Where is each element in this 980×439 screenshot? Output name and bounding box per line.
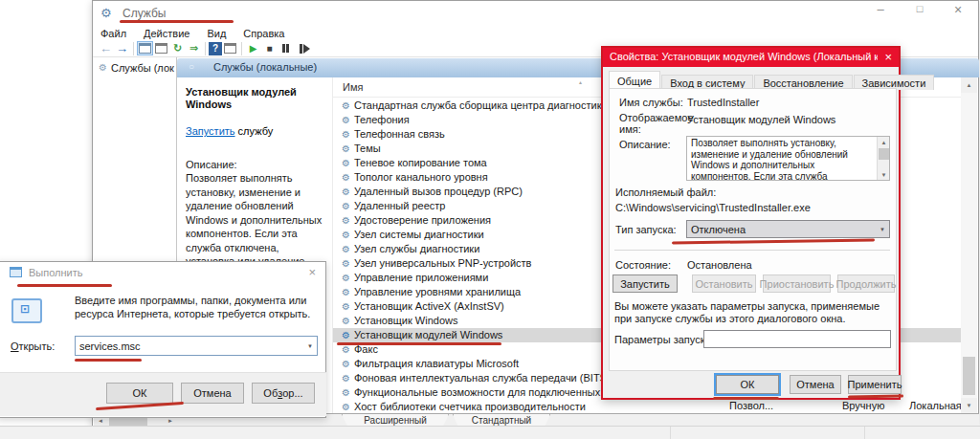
service-name-label: Установщик Windows (354, 314, 458, 328)
properties-title-bar[interactable]: Свойства: Установщик модулей Windows (Ло… (603, 48, 899, 67)
description-textarea[interactable]: Позволяет выполнять установку, изменение… (686, 136, 890, 181)
open-input[interactable]: services.msc ▼ (75, 336, 318, 356)
open-input-value: services.msc (79, 340, 141, 352)
service-name-label: Фоновая интеллектуальная служба передачи… (354, 371, 611, 385)
run-prompt: Введите имя программы, папки, документа … (75, 294, 323, 320)
start-service-link[interactable]: Запустить (186, 125, 235, 137)
service-gear-icon: ⚙ (342, 345, 350, 355)
display-name-value: Установщик модулей Windows (687, 114, 835, 125)
scroll-down-icon[interactable]: ▼ (961, 398, 977, 413)
startup-type-select[interactable]: Отключена ▼ (686, 220, 890, 238)
export-list-icon[interactable]: ⇒ (186, 41, 202, 55)
help-icon[interactable]: ? (209, 42, 222, 55)
service-gear-icon: ⚙ (342, 187, 350, 197)
params-note: Вы можете указать параметры запуска, при… (614, 300, 898, 325)
service-gear-icon: ⚙ (342, 274, 350, 283)
browse-post: ор... (282, 387, 302, 399)
stop-service-icon[interactable]: ■ (261, 41, 278, 55)
menu-help[interactable]: Справка (234, 28, 293, 39)
service-name-label: Установщик ActiveX (AxInstSV) (354, 299, 504, 314)
service-name-label: Управление уровнями хранилища (354, 285, 521, 299)
service-name-label: Управление приложениями (354, 271, 488, 285)
tree-item-services[interactable]: ⚙ Службы (лок (93, 57, 176, 74)
separator-line (614, 250, 890, 251)
ok-button[interactable]: ОК (106, 383, 173, 404)
status-separator (864, 427, 865, 439)
state-label: Состояние: (615, 259, 671, 271)
pause-button[interactable]: Приостановить (763, 274, 831, 293)
close-icon[interactable]: × (308, 265, 316, 279)
run-footer: ОК Отмена Обзор... (0, 372, 326, 416)
service-name-label: Узел универсальных PNP-устройств (354, 256, 531, 271)
show-console-tree-icon[interactable] (137, 41, 153, 55)
toolbar-separator (241, 42, 242, 55)
run-app-icon (10, 267, 22, 277)
service-name-label: Теневое копирование тома (354, 156, 487, 170)
service-gear-icon: ⚙ (342, 388, 350, 398)
services-app-icon: ⚙ (100, 6, 112, 20)
scroll-up-icon[interactable]: ▲ (961, 77, 977, 93)
window-glyph (155, 43, 167, 54)
service-name-label: Тополог канального уровня (354, 170, 488, 185)
extended-view-icon[interactable] (222, 41, 238, 55)
desktop: ⚙ Службы – □ × Файл Действие Вид Справка… (0, 0, 980, 439)
service-gear-icon: ⚙ (342, 144, 350, 154)
continue-button[interactable]: Продолжить (837, 274, 895, 293)
tab-general[interactable]: Общие (609, 71, 660, 88)
cancel-button[interactable]: Отмена (790, 375, 841, 394)
tab-extended-label: Расширенный (364, 415, 426, 426)
browse-button[interactable]: Обзор... (252, 383, 315, 404)
start-service-icon[interactable]: ▶ (245, 41, 261, 55)
menu-view[interactable]: Вид (198, 28, 234, 39)
service-name-label: Темы (354, 142, 381, 156)
status-separator (670, 427, 671, 439)
service-gear-icon: ⚙ (342, 374, 350, 384)
scroll-down-icon[interactable]: ▼ (878, 169, 890, 180)
run-dialog: Выполнить × ⊡ Введите имя программы, пап… (0, 261, 326, 418)
maximize-icon[interactable]: □ (911, 3, 928, 20)
scrollbar-thumb[interactable] (879, 148, 889, 160)
minimize-icon[interactable]: – (872, 2, 889, 19)
service-name-label: Хост библиотеки счетчика производительно… (354, 400, 586, 413)
apply-button[interactable]: Применить (848, 375, 902, 394)
column-name-label: Имя (343, 81, 363, 93)
annotation-underline-window-title (120, 20, 234, 23)
refresh-icon[interactable]: ↻ (169, 41, 186, 55)
service-gear-icon: ⚙ (342, 331, 350, 340)
menu-file[interactable]: Файл (93, 28, 135, 39)
list-vscrollbar[interactable]: ▲ ▼ (961, 77, 977, 413)
menu-bar: Файл Действие Вид Справка (93, 26, 978, 40)
scroll-up-icon[interactable]: ▲ (878, 137, 890, 147)
panel-header-label: Службы (локальные) (213, 61, 317, 73)
ok-button[interactable]: ОК (716, 375, 779, 394)
params-input[interactable] (703, 330, 891, 348)
startup-type-value: Отключена (691, 224, 746, 235)
properties-icon[interactable] (153, 41, 169, 55)
back-icon[interactable]: ← (98, 41, 114, 55)
pause-service-icon[interactable] (278, 41, 294, 55)
annotation-underline-apply (848, 394, 903, 398)
forward-icon[interactable]: → (114, 41, 130, 55)
state-value: Остановлена (687, 259, 752, 271)
cancel-button[interactable]: Отмена (181, 383, 244, 404)
scrollbar-thumb[interactable] (963, 357, 975, 395)
close-icon[interactable]: × (884, 50, 892, 64)
run-title-bar[interactable]: Выполнить × (0, 262, 325, 285)
stop-button[interactable]: Остановить (692, 274, 756, 293)
properties-dialog: Свойства: Установщик модулей Windows (Ло… (601, 46, 901, 400)
chevron-down-icon: ▼ (307, 343, 313, 349)
annotation-underline-selected-service (337, 342, 501, 345)
restart-service-icon[interactable] (294, 41, 315, 55)
open-label: Открыть: (11, 340, 55, 352)
start-button[interactable]: Запустить (612, 274, 678, 293)
service-gear-icon: ⚙ (342, 216, 350, 226)
textarea-scrollbar[interactable]: ▲ ▼ (877, 137, 889, 180)
menu-action[interactable]: Действие (135, 28, 198, 39)
run-arrow-glyph: ⊡ (20, 302, 30, 316)
exe-label: Исполняемый файл: (615, 187, 716, 198)
service-name-label: Телефония (354, 113, 410, 127)
close-icon[interactable]: × (949, 2, 967, 19)
service-name-label: Удаленный вызов процедур (RPC) (354, 185, 523, 199)
partial-row-description: Позвол... (729, 400, 773, 411)
open-rest: ткрыть: (19, 340, 56, 352)
